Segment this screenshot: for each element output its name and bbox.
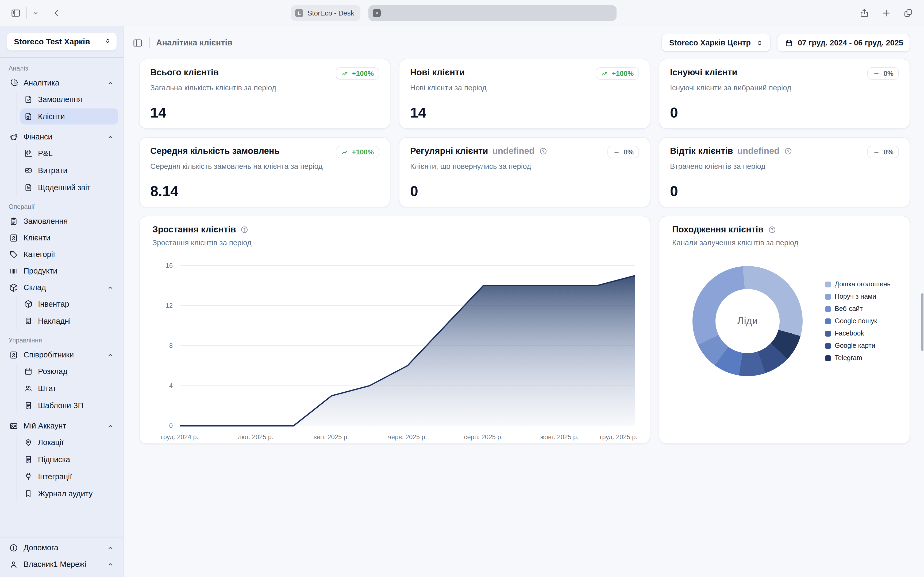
tab-close-icon[interactable]: ✕ — [373, 9, 381, 17]
sidebar-item-audit-log[interactable]: Журнал аудиту — [20, 486, 118, 502]
legend-item: Веб-сайт — [825, 305, 890, 313]
sidebar-item-label: P&L — [38, 149, 115, 158]
stat-card-title: Всього клієнтів — [150, 67, 219, 77]
trend-badge: +100% — [336, 146, 379, 158]
sidebar-item-invoices[interactable]: Накладні — [20, 313, 118, 329]
sidebar-item-salary-templates[interactable]: Шаблони ЗП — [20, 398, 118, 414]
trending-up-icon — [341, 148, 349, 156]
legend-item: Facebook — [825, 330, 890, 337]
sidebar-item-label: Розклад — [38, 367, 115, 376]
sidebar-item-help[interactable]: Допомога — [5, 540, 118, 556]
scrollbar-thumb[interactable] — [921, 293, 924, 351]
trend-badge: +100% — [596, 67, 639, 80]
candlestick-icon — [24, 149, 32, 158]
date-range-picker[interactable]: 07 груд. 2024 - 06 груд. 2025 — [777, 34, 910, 52]
org-selector[interactable]: Storeco Test Харків — [6, 32, 117, 51]
stat-card-5: Відтік клієнтівundefined0%Втрачено клієн… — [659, 137, 910, 207]
sidebar-item-integrations[interactable]: Інтеграції — [20, 469, 118, 485]
page-header: Аналітика клієнтів Storeco Харків Центр … — [124, 26, 924, 52]
sidebar-item-inventory[interactable]: Інвентар — [20, 296, 118, 312]
sidebar-item-products[interactable]: Продукти — [5, 263, 118, 279]
sidebar-item-subscription[interactable]: Підписка — [20, 451, 118, 467]
back-icon[interactable] — [52, 8, 62, 18]
sidebar-item-owner[interactable]: Власник1 Мережі — [5, 556, 118, 572]
stat-card-0: Всього клієнтів+100%Загальна кількість к… — [139, 59, 390, 129]
svg-text:груд. 2024 р.: груд. 2024 р. — [161, 433, 199, 440]
sidebar-item-label: Журнал аудиту — [38, 489, 115, 498]
sidebar-item-warehouse[interactable]: Склад — [5, 279, 118, 295]
sidebar-item-orders-analytics[interactable]: Замовлення — [20, 91, 118, 107]
id-badge-icon — [9, 350, 18, 359]
legend-swatch — [825, 281, 831, 287]
file-clock-icon — [24, 112, 32, 121]
sidebar-item-orders[interactable]: Замовлення — [5, 213, 118, 229]
sidebar-item-label: Допомога — [24, 543, 102, 552]
sidebar-subgroup: ЛокаціїПідпискаІнтеграціїЖурнал аудиту — [16, 434, 118, 502]
legend-label: Google карти — [835, 342, 876, 350]
sidebar-item-categories[interactable]: Категорії — [5, 246, 118, 262]
share-icon[interactable] — [859, 8, 869, 18]
chevron-down-icon[interactable] — [32, 9, 39, 16]
sidebar-item-daily-report[interactable]: Щоденний звіт — [20, 179, 118, 195]
sidebar-item-schedule[interactable]: Розклад — [20, 363, 118, 379]
svg-text:черв. 2025 р.: черв. 2025 р. — [388, 433, 427, 440]
barcode-icon — [9, 266, 18, 276]
sidebar-item-label: Шаблони ЗП — [38, 401, 115, 410]
location-selector-value: Storeco Харків Центр — [669, 39, 751, 47]
stat-card-subtitle: Середня кількість замовлень на клієнта з… — [150, 162, 379, 171]
sidebar-item-label: Накладні — [38, 317, 115, 326]
stat-card-title: Середня кількість замовлень — [150, 146, 279, 156]
page-title: Аналітика клієнтів — [156, 38, 233, 48]
trend-badge: 0% — [867, 146, 899, 158]
help-circle-icon[interactable] — [768, 225, 776, 234]
clipboard-list-icon — [9, 217, 18, 226]
sidebar-item-expenses[interactable]: Витрати — [20, 163, 118, 179]
users-icon — [24, 384, 32, 393]
sidebar-item-label: Власник1 Мережі — [24, 560, 102, 569]
stat-card-title: Відтік клієнтівundefined — [670, 146, 792, 156]
trend-badge-label: +100% — [352, 148, 374, 156]
sidebar-item-label: Замовлення — [24, 217, 115, 226]
sidebar-item-label: Мій Аккаунт — [24, 422, 102, 430]
sidebar-item-employees[interactable]: Співробітники — [5, 347, 118, 363]
tab-overview-icon[interactable] — [903, 8, 913, 18]
svg-text:4: 4 — [169, 382, 173, 389]
sidebar-item-staff[interactable]: Штат — [20, 380, 118, 396]
growth-chart-plot: 0481216груд. 2024 р.лют. 2025 р.квіт. 20… — [152, 254, 637, 445]
receipt-icon — [24, 455, 32, 464]
new-tab-icon[interactable] — [881, 8, 892, 18]
stat-card-1: Нові клієнти+100%Нові клієнти за період1… — [399, 59, 650, 129]
growth-chart-card: Зростання клієнтів Зростання клієнтів за… — [139, 216, 650, 444]
sidebar-item-label: Витрати — [38, 166, 115, 175]
sidebar-item-clients[interactable]: Клієнти — [5, 230, 118, 246]
sidebar-subgroup: ІнвентарНакладні — [16, 296, 118, 330]
sidebar-item-analytics[interactable]: Аналітика — [5, 75, 118, 91]
file-chart-icon — [24, 95, 32, 104]
package-icon — [24, 300, 32, 308]
help-circle-icon[interactable]: undefined — [493, 146, 535, 156]
tab-secondary[interactable]: ✕ — [369, 5, 617, 21]
sidebar-item-label: Інтеграції — [38, 472, 115, 481]
receipt-icon — [24, 317, 32, 326]
sidebar-subgroup: РозкладШтатШаблони ЗП — [16, 363, 118, 414]
sidebar-item-label: Штат — [38, 384, 115, 393]
sidebar-item-my-account[interactable]: Мій Аккаунт — [5, 418, 118, 434]
svg-text:груд. 2025 р.: груд. 2025 р. — [600, 433, 637, 440]
help-circle-icon[interactable] — [783, 147, 792, 155]
tab-storeco-desk[interactable]: L StorEco - Desk — [291, 5, 361, 21]
sidebar-item-pnl[interactable]: P&L — [20, 145, 118, 161]
sidebar-item-locations[interactable]: Локації — [20, 434, 118, 450]
help-circle-icon[interactable] — [241, 225, 249, 234]
sidebar-toggle-icon[interactable] — [11, 8, 21, 18]
package-check-icon — [9, 283, 18, 292]
location-selector[interactable]: Storeco Харків Центр — [661, 34, 771, 52]
sidebar-item-clients-analytics[interactable]: Клієнти — [20, 108, 118, 124]
sidebar-item-finance[interactable]: Фінанси — [5, 129, 118, 145]
chevron-up-icon — [107, 422, 114, 429]
help-circle-icon[interactable]: undefined — [737, 146, 780, 156]
legend-label: Веб-сайт — [835, 305, 863, 313]
sidebar-item-label: Щоденний звіт — [38, 183, 115, 192]
help-circle-icon[interactable] — [539, 147, 547, 155]
panel-toggle-icon[interactable] — [132, 38, 143, 48]
app-window: L StorEco - Desk ✕ Storeco Test Харків — [0, 0, 924, 577]
